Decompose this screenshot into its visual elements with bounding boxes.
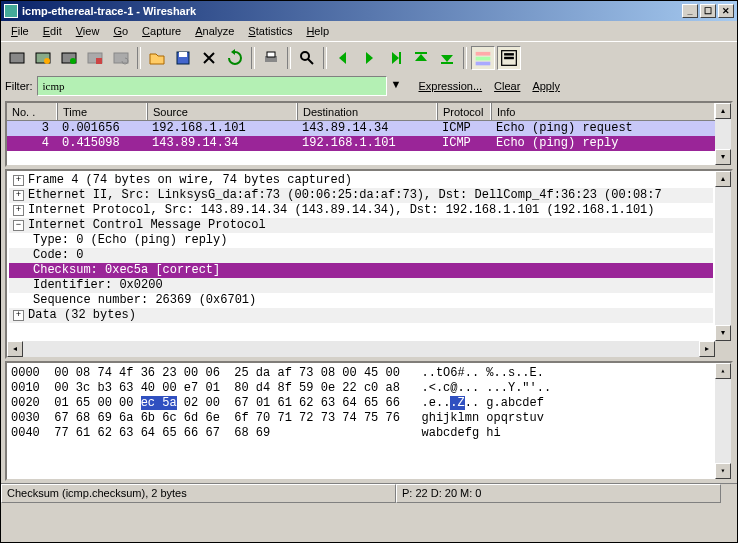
menu-analyze[interactable]: Analyze — [189, 23, 240, 39]
expression-link[interactable]: Expression... — [419, 80, 483, 92]
scroll-left-icon[interactable]: ◂ — [7, 341, 23, 357]
interfaces-icon[interactable] — [5, 46, 29, 70]
menu-file[interactable]: File — [5, 23, 35, 39]
tree-code[interactable]: Code: 0 — [9, 248, 713, 263]
details-pane: +Frame 4 (74 bytes on wire, 74 bytes cap… — [5, 169, 733, 359]
expand-icon[interactable]: + — [13, 310, 24, 321]
print-icon[interactable] — [259, 46, 283, 70]
scrollbar-horizontal[interactable]: ◂ ▸ — [7, 341, 715, 357]
filter-bar: Filter: ▼ Expression... Clear Apply — [1, 73, 737, 99]
auto-scroll-icon[interactable] — [497, 46, 521, 70]
cell-dst: 192.168.1.101 — [297, 136, 437, 151]
tree-frame[interactable]: +Frame 4 (74 bytes on wire, 74 bytes cap… — [9, 173, 713, 188]
menu-capture[interactable]: Capture — [136, 23, 187, 39]
start-capture-icon[interactable] — [57, 46, 81, 70]
menu-edit[interactable]: Edit — [37, 23, 68, 39]
tree-type[interactable]: Type: 0 (Echo (ping) reply) — [9, 233, 713, 248]
tree-icmp[interactable]: −Internet Control Message Protocol — [9, 218, 713, 233]
cell-dst: 143.89.14.34 — [297, 121, 437, 136]
resize-grip-icon[interactable] — [721, 484, 737, 503]
options-icon[interactable] — [31, 46, 55, 70]
app-icon — [4, 4, 18, 18]
clear-link[interactable]: Clear — [494, 80, 520, 92]
cell-src: 143.89.14.34 — [147, 136, 297, 151]
svg-rect-13 — [399, 52, 401, 64]
col-no[interactable]: No. . — [7, 103, 57, 120]
cell-proto: ICMP — [437, 136, 491, 151]
hex-row[interactable]: 0020 01 65 00 00 ec 5a 02 00 67 01 61 62… — [11, 396, 711, 411]
scrollbar-vertical[interactable]: ▴ ▾ — [715, 103, 731, 165]
col-protocol[interactable]: Protocol — [437, 103, 491, 120]
tree-identifier[interactable]: Identifier: 0x0200 — [9, 278, 713, 293]
scroll-up-icon[interactable]: ▴ — [715, 103, 731, 119]
go-to-packet-icon[interactable] — [383, 46, 407, 70]
expand-icon[interactable]: + — [13, 205, 24, 216]
window-title: icmp-ethereal-trace-1 - Wireshark — [22, 5, 196, 17]
tree-checksum[interactable]: Checksum: 0xec5a [correct] — [9, 263, 713, 278]
col-destination[interactable]: Destination — [297, 103, 437, 120]
packet-row[interactable]: 3 0.001656 192.168.1.101 143.89.14.34 IC… — [7, 121, 715, 136]
stop-capture-icon[interactable] — [83, 46, 107, 70]
scrollbar-vertical[interactable]: ▴ ▾ — [715, 171, 731, 341]
hex-row[interactable]: 0000 00 08 74 4f 36 23 00 06 25 da af 73… — [11, 366, 711, 381]
scroll-right-icon[interactable]: ▸ — [699, 341, 715, 357]
svg-point-12 — [301, 52, 309, 60]
cell-no: 4 — [7, 136, 57, 151]
collapse-icon[interactable]: − — [13, 220, 24, 231]
reload-icon[interactable] — [223, 46, 247, 70]
col-time[interactable]: Time — [57, 103, 147, 120]
close-icon[interactable] — [197, 46, 221, 70]
maximize-button[interactable]: ☐ — [700, 4, 716, 18]
apply-link[interactable]: Apply — [532, 80, 560, 92]
menu-go[interactable]: Go — [107, 23, 134, 39]
tree-sequence[interactable]: Sequence number: 26369 (0x6701) — [9, 293, 713, 308]
scroll-down-icon[interactable]: ▾ — [715, 463, 731, 479]
find-icon[interactable] — [295, 46, 319, 70]
packet-row[interactable]: 4 0.415098 143.89.14.34 192.168.1.101 IC… — [7, 136, 715, 151]
cell-info: Echo (ping) request — [491, 121, 715, 136]
cell-proto: ICMP — [437, 121, 491, 136]
minimize-button[interactable]: _ — [682, 4, 698, 18]
status-packet-counts: P: 22 D: 20 M: 0 — [396, 484, 721, 503]
status-field-info: Checksum (icmp.checksum), 2 bytes — [1, 484, 396, 503]
col-source[interactable]: Source — [147, 103, 297, 120]
packet-list-pane: No. . Time Source Destination Protocol I… — [5, 101, 733, 167]
save-icon[interactable] — [171, 46, 195, 70]
go-forward-icon[interactable] — [357, 46, 381, 70]
expand-icon[interactable]: + — [13, 175, 24, 186]
menu-view[interactable]: View — [70, 23, 106, 39]
svg-rect-17 — [476, 56, 491, 60]
expand-icon[interactable]: + — [13, 190, 24, 201]
close-button[interactable]: ✕ — [718, 4, 734, 18]
packet-list-header: No. . Time Source Destination Protocol I… — [7, 103, 715, 121]
toolbar — [1, 41, 737, 73]
svg-rect-21 — [504, 56, 514, 58]
restart-capture-icon[interactable] — [109, 46, 133, 70]
tree-data[interactable]: +Data (32 bytes) — [9, 308, 713, 323]
scroll-down-icon[interactable]: ▾ — [715, 149, 731, 165]
filter-input[interactable] — [37, 76, 387, 96]
statusbar: Checksum (icmp.checksum), 2 bytes P: 22 … — [1, 483, 737, 503]
scroll-down-icon[interactable]: ▾ — [715, 325, 731, 341]
menu-help[interactable]: Help — [300, 23, 335, 39]
go-back-icon[interactable] — [331, 46, 355, 70]
hex-row[interactable]: 0040 77 61 62 63 64 65 66 67 68 69 wabcd… — [11, 426, 711, 441]
titlebar: icmp-ethereal-trace-1 - Wireshark _ ☐ ✕ — [1, 1, 737, 21]
scrollbar-vertical[interactable]: ▴ ▾ — [715, 363, 731, 479]
svg-point-4 — [70, 58, 76, 64]
tree-ip[interactable]: +Internet Protocol, Src: 143.89.14.34 (1… — [9, 203, 713, 218]
filter-dropdown-icon[interactable]: ▼ — [391, 78, 407, 94]
tree-ethernet[interactable]: +Ethernet II, Src: LinksysG_da:af:73 (00… — [9, 188, 713, 203]
cell-src: 192.168.1.101 — [147, 121, 297, 136]
hex-row[interactable]: 0030 67 68 69 6a 6b 6c 6d 6e 6f 70 71 72… — [11, 411, 711, 426]
menu-statistics[interactable]: Statistics — [242, 23, 298, 39]
svg-rect-0 — [10, 53, 24, 63]
col-info[interactable]: Info — [491, 103, 715, 120]
scroll-up-icon[interactable]: ▴ — [715, 363, 731, 379]
hex-row[interactable]: 0010 00 3c b3 63 40 00 e7 01 80 d4 8f 59… — [11, 381, 711, 396]
go-last-icon[interactable] — [435, 46, 459, 70]
scroll-up-icon[interactable]: ▴ — [715, 171, 731, 187]
go-first-icon[interactable] — [409, 46, 433, 70]
colorize-icon[interactable] — [471, 46, 495, 70]
open-icon[interactable] — [145, 46, 169, 70]
